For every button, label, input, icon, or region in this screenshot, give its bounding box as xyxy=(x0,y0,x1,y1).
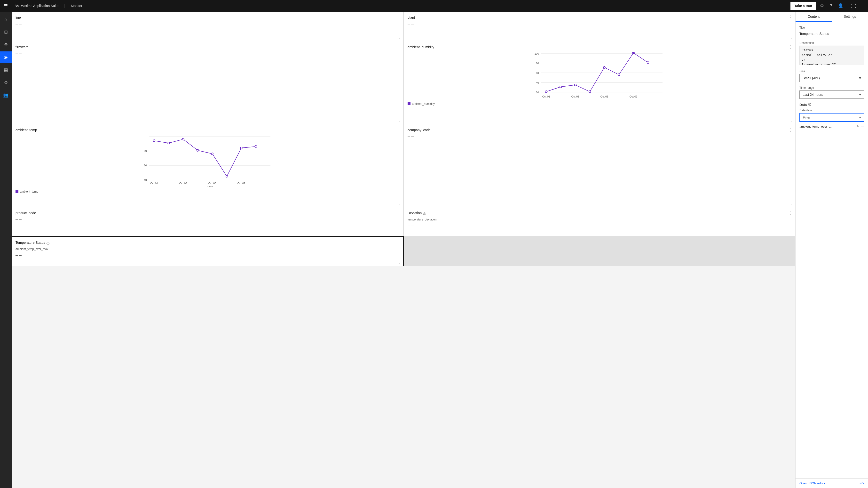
content-area: line ⋮ – – ⌟ plant ⋮ – – ⌟ firmware ⋮ – … xyxy=(12,12,868,488)
ambient-temp-chart: 40 60 80 xyxy=(16,134,399,188)
deviation-info-icon[interactable]: ⓘ xyxy=(423,212,426,216)
open-json-icon: </> xyxy=(860,482,864,485)
data-item-delete-icon[interactable]: — xyxy=(861,125,864,128)
sidebar: ⌂ ⊞ ⊕ ◉ ▦ ⊘ 👥 xyxy=(0,12,12,488)
card-company-code-indicator: ⌟ xyxy=(791,202,793,205)
help-icon[interactable]: ? xyxy=(828,3,834,8)
description-textarea[interactable]: Status Normal below 27 or Irregular abov… xyxy=(799,46,864,65)
svg-point-15 xyxy=(618,74,620,76)
panel-footer: Open JSON editor </> xyxy=(796,478,868,488)
title-field-group: Title xyxy=(799,26,864,37)
data-item-field-group: Data item Filter ▼ xyxy=(799,109,864,122)
title-field-label: Title xyxy=(799,26,864,29)
card-deviation-title: Deviation xyxy=(408,211,422,215)
svg-text:Oct 07: Oct 07 xyxy=(629,95,637,98)
card-line-title: line xyxy=(16,16,399,20)
svg-text:80: 80 xyxy=(144,149,147,152)
svg-point-12 xyxy=(574,84,576,86)
sidebar-item-connect[interactable]: ⊕ xyxy=(0,39,12,51)
svg-text:Oct 05: Oct 05 xyxy=(208,182,216,185)
tab-settings[interactable]: Settings xyxy=(832,12,868,22)
card-product-code-menu[interactable]: ⋮ xyxy=(396,210,400,216)
card-company-code: company_code ⋮ – – ⌟ xyxy=(404,124,795,207)
svg-point-17 xyxy=(647,62,649,63)
card-temp-status-title: Temperature Status xyxy=(16,240,45,245)
data-section-info-icon[interactable]: ⓘ xyxy=(808,103,811,107)
tab-content[interactable]: Content xyxy=(796,12,832,22)
time-range-field-group: Time range Last 24 hours Last 7 days Las… xyxy=(799,86,864,99)
svg-text:Oct 01: Oct 01 xyxy=(150,182,158,185)
temp-status-info-icon[interactable]: ⓘ xyxy=(46,241,50,246)
svg-point-10 xyxy=(545,91,547,93)
card-company-code-value: – – xyxy=(408,134,792,139)
sidebar-item-rules[interactable]: ⊘ xyxy=(0,77,12,88)
main-layout: ⌂ ⊞ ⊕ ◉ ▦ ⊘ 👥 line ⋮ – – ⌟ plant ⋮ – xyxy=(0,12,868,488)
sidebar-item-devices[interactable]: ▦ xyxy=(0,64,12,76)
card-company-code-title: company_code xyxy=(408,128,792,132)
svg-text:20: 20 xyxy=(536,91,539,94)
card-line-menu[interactable]: ⋮ xyxy=(396,15,400,20)
card-line-indicator: ⌟ xyxy=(399,36,400,39)
svg-point-11 xyxy=(560,86,562,88)
card-deviation-menu[interactable]: ⋮ xyxy=(788,210,793,216)
card-ambient-temp-title: ambient_temp xyxy=(16,128,399,132)
time-range-field-label: Time range xyxy=(799,86,864,89)
take-tour-button[interactable]: Take a tour xyxy=(790,2,816,10)
card-plant-title: plant xyxy=(408,16,792,20)
legend-color-temp xyxy=(16,190,19,193)
card-ambient-temp: ambient_temp ⋮ 40 60 80 xyxy=(12,124,403,207)
data-section: Data ⓘ Data item Filter ▼ ambien xyxy=(799,103,864,128)
svg-text:40: 40 xyxy=(144,178,147,181)
card-firmware-indicator: ⌟ xyxy=(399,119,400,122)
card-ambient-temp-menu[interactable]: ⋮ xyxy=(396,127,400,133)
user-icon[interactable]: 👤 xyxy=(836,3,845,8)
apps-icon[interactable]: ⋮⋮⋮ xyxy=(847,3,864,8)
card-deviation-value: – – xyxy=(408,223,792,228)
sidebar-item-monitor[interactable]: ◉ xyxy=(0,51,12,63)
size-field-group: Size Small (4x1) Medium (4x2) Large (4x3… xyxy=(799,69,864,82)
legend-label-humidity: ambient_humidity xyxy=(412,102,435,106)
size-select[interactable]: Small (4x1) Medium (4x2) Large (4x3) xyxy=(799,74,864,82)
card-deviation: Deviation ⓘ ⋮ temperature_deviation – – … xyxy=(404,207,795,236)
card-temp-status-menu[interactable]: ⋮ xyxy=(396,240,400,245)
card-firmware-title: firmware xyxy=(16,45,399,49)
open-json-editor[interactable]: Open JSON editor </> xyxy=(799,482,864,485)
card-ambient-humidity-title: ambient_humidity xyxy=(408,45,792,49)
menu-icon[interactable]: ☰ xyxy=(4,3,8,8)
time-range-select[interactable]: Last 24 hours Last 7 days Last 30 days xyxy=(799,90,864,99)
card-humidity-indicator: ⌟ xyxy=(791,119,793,122)
sidebar-item-dashboard[interactable]: ⊞ xyxy=(0,26,12,38)
svg-point-36 xyxy=(240,147,242,149)
card-temp-status-indicator: ⌟ xyxy=(399,261,400,264)
card-temp-indicator: ⌟ xyxy=(399,202,400,205)
card-firmware-value: – – xyxy=(16,51,399,56)
svg-point-30 xyxy=(153,140,155,142)
size-select-wrapper: Small (4x1) Medium (4x2) Large (4x3) ▼ xyxy=(799,74,864,82)
card-product-code-indicator: ⌟ xyxy=(399,232,400,234)
sidebar-item-users[interactable]: 👥 xyxy=(0,89,12,101)
svg-text:40: 40 xyxy=(536,81,539,84)
nav-separator: | xyxy=(64,4,65,8)
card-product-code: product_code ⋮ – – ⌟ xyxy=(12,207,403,236)
sidebar-item-home[interactable]: ⌂ xyxy=(0,13,12,25)
svg-point-33 xyxy=(197,149,199,151)
card-ambient-humidity-menu[interactable]: ⋮ xyxy=(788,44,793,50)
card-temp-status-sublabel: ambient_temp_over_max xyxy=(16,248,399,251)
svg-text:Time: Time xyxy=(207,185,213,187)
svg-text:Oct 03: Oct 03 xyxy=(571,95,579,98)
svg-text:80: 80 xyxy=(536,62,539,65)
settings-icon[interactable]: ⚙ xyxy=(818,3,826,8)
description-field-group: Description Status Normal below 27 or Ir… xyxy=(799,41,864,66)
title-input[interactable] xyxy=(799,30,864,37)
svg-point-13 xyxy=(589,91,591,93)
svg-point-34 xyxy=(211,153,213,155)
card-firmware-menu[interactable]: ⋮ xyxy=(396,44,400,50)
card-company-code-menu[interactable]: ⋮ xyxy=(788,127,793,133)
card-plant-menu[interactable]: ⋮ xyxy=(788,15,793,20)
data-item-edit-icon[interactable]: ✎ xyxy=(856,125,859,128)
data-item-select[interactable]: Filter xyxy=(799,113,864,122)
card-deviation-indicator: ⌟ xyxy=(791,232,793,234)
card-line: line ⋮ – – ⌟ xyxy=(12,12,403,41)
panel-tabs: Content Settings xyxy=(796,12,868,22)
svg-point-37 xyxy=(255,146,257,147)
